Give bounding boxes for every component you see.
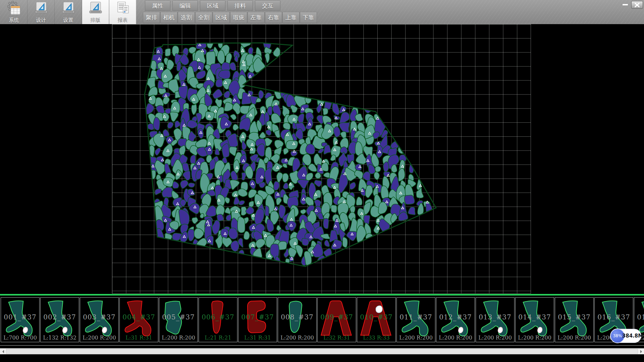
part-id-label: 010_#37 (357, 313, 395, 321)
scroll-right-arrow[interactable] (638, 349, 644, 354)
menu-item-row2-3[interactable]: 选割 (178, 12, 195, 23)
menu-item-row2-5[interactable]: 区域 (213, 12, 230, 23)
part-id-label: 001_#37 (1, 313, 39, 321)
close-button[interactable] (631, 1, 643, 9)
nesting-canvas-area[interactable] (0, 24, 644, 294)
toolbar-button-5[interactable]: 报表 (109, 0, 136, 24)
part-lr-label: L:132 R:132 (41, 335, 79, 341)
toolbar-button-3[interactable]: 设置 (55, 0, 82, 24)
part-lr-label: L:200 R:200 (397, 335, 435, 341)
menu-item-row2-6[interactable]: 瑕疵 (230, 12, 247, 23)
toolbar-button-4[interactable]: 排版 (82, 0, 109, 24)
part-lr-label: L:700 R:700 (1, 335, 39, 341)
part-id-label: 007_#37 (238, 313, 277, 321)
menu-item-row1-4[interactable]: 排料 (227, 1, 253, 11)
menu-item-row2-4[interactable]: 全割 (195, 12, 212, 23)
part-lr-label: L:21 R:21 (199, 335, 237, 341)
scrollbar-thumb[interactable] (6, 349, 638, 354)
toolbar-button-label: 系统 (1, 17, 27, 23)
menu-item-row2-7[interactable]: 左靠 (248, 12, 265, 23)
toolbar-button-1[interactable]: 系统 (1, 0, 28, 24)
part-id-label: 003_#37 (80, 313, 118, 321)
part-lr-label: L:200 R:200 (159, 335, 198, 341)
report-icon (115, 1, 130, 16)
close-icon (635, 3, 640, 7)
part-thumbnail-5[interactable]: 005_#37L:200 R:200 (159, 297, 198, 342)
part-lr-label: L:31 R:31 (120, 335, 158, 341)
menu-item-row1-2[interactable]: 编辑 (172, 1, 198, 11)
toolbar-button-2[interactable]: 设计 (28, 0, 55, 24)
part-thumbnail-12[interactable]: 012_#37L:200 R:200 (436, 297, 475, 342)
part-thumbnail-11[interactable]: 011_#37L:200 R:200 (396, 297, 435, 342)
left-arrow-icon (1, 350, 4, 353)
menu-item-row2-8[interactable]: 右靠 (265, 12, 282, 23)
part-thumbnail-9[interactable]: 009_#37L:32 R:31 (317, 297, 356, 342)
memory-size-label: 384.8M (627, 329, 639, 342)
right-arrow-icon (640, 350, 644, 353)
progress-percent: 38% (613, 334, 622, 338)
part-thumbnail-15[interactable]: 015_#37L:200 R:200 (555, 297, 594, 342)
design-icon (34, 1, 49, 16)
menu-item-row2-1[interactable]: 聚排 (143, 12, 160, 23)
part-lr-label: L:200 R:200 (516, 335, 554, 341)
part-thumbnail-8[interactable]: 008_#37L:200 R:200 (278, 297, 317, 342)
part-thumbnail-4[interactable]: 004_#37L:31 R:31 (119, 297, 158, 342)
part-lr-label: L:31 R:31 (238, 335, 277, 341)
part-thumbnail-7[interactable]: 007_#37L:31 R:31 (238, 297, 277, 342)
part-lr-label: L:200 R:200 (476, 335, 514, 341)
part-id-label: 011_#37 (397, 313, 435, 321)
part-lr-label: L:32 R:31 (318, 335, 356, 341)
system-gear-icon (6, 1, 22, 16)
toolbar-button-label: 排版 (82, 17, 109, 23)
part-lr-label: L:33 R:33 (357, 335, 395, 341)
part-id-label: 012_#37 (436, 313, 475, 321)
part-id-label: 002_#37 (41, 313, 79, 321)
part-id-label: 017_#37 (634, 313, 644, 321)
menu-item-row1-5[interactable]: 交互 (255, 1, 280, 11)
part-thumbnail-1[interactable]: 001_#37L:700 R:700 (1, 297, 40, 342)
settings-icon (61, 1, 76, 16)
horizontal-scrollbar[interactable] (0, 348, 644, 354)
menu-item-row1-1[interactable]: 属性 (145, 1, 170, 11)
parts-strip: 001_#37L:700 R:700002_#37L:132 R:132003_… (0, 294, 644, 346)
minimize-button[interactable] (621, 1, 630, 8)
progress-badge: 38% 384.8M (611, 329, 641, 342)
part-thumbnail-3[interactable]: 003_#37L:200 R:200 (80, 297, 119, 342)
nesting-canvas[interactable] (112, 24, 531, 294)
menu-item-row2-10[interactable]: 下靠 (300, 12, 317, 23)
app-window: 系统设计设置排版报表 属性编辑区域排料交互聚排相机选割全割区域瑕疵左靠右靠上靠下… (0, 0, 644, 362)
menu-item-row2-9[interactable]: 上靠 (282, 12, 300, 23)
part-id-label: 016_#37 (595, 313, 633, 321)
part-thumbnail-14[interactable]: 014_#37L:200 R:200 (515, 297, 554, 342)
part-thumbnail-10[interactable]: 010_#37L:33 R:33 (357, 297, 396, 342)
part-id-label: 005_#37 (159, 313, 198, 321)
part-id-label: 006_#37 (199, 313, 237, 321)
toolbar-button-label: 设计 (28, 17, 54, 23)
part-id-label: 014_#37 (516, 313, 554, 321)
nesting-icon (88, 1, 103, 16)
part-lr-label: L:200 R:200 (436, 335, 475, 341)
part-thumbnail-2[interactable]: 002_#37L:132 R:132 (40, 297, 79, 342)
parts-list: 001_#37L:700 R:700002_#37L:132 R:132003_… (1, 297, 644, 342)
part-id-label: 008_#37 (278, 313, 316, 321)
toolbar-button-label: 报表 (109, 17, 136, 23)
part-lr-label: L:200 R:200 (555, 335, 593, 341)
menu-item-row2-2[interactable]: 相机 (160, 12, 177, 23)
part-id-label: 004_#37 (120, 313, 158, 321)
part-thumbnail-6[interactable]: 006_#37L:21 R:21 (199, 297, 237, 342)
part-lr-label: L:200 R:200 (278, 335, 316, 341)
part-lr-label: L:200 R:200 (80, 335, 118, 341)
top-toolbar: 系统设计设置排版报表 属性编辑区域排料交互聚排相机选割全割区域瑕疵左靠右靠上靠下… (0, 0, 644, 24)
toolbar-button-label: 设置 (55, 17, 82, 23)
minimize-icon (623, 4, 628, 6)
part-id-label: 013_#37 (476, 313, 514, 321)
menu-item-row1-3[interactable]: 区域 (200, 1, 225, 11)
part-id-label: 015_#37 (555, 313, 593, 321)
part-id-label: 009_#37 (318, 313, 356, 321)
part-thumbnail-13[interactable]: 013_#37L:200 R:200 (476, 297, 515, 342)
scroll-left-arrow[interactable] (0, 349, 6, 354)
